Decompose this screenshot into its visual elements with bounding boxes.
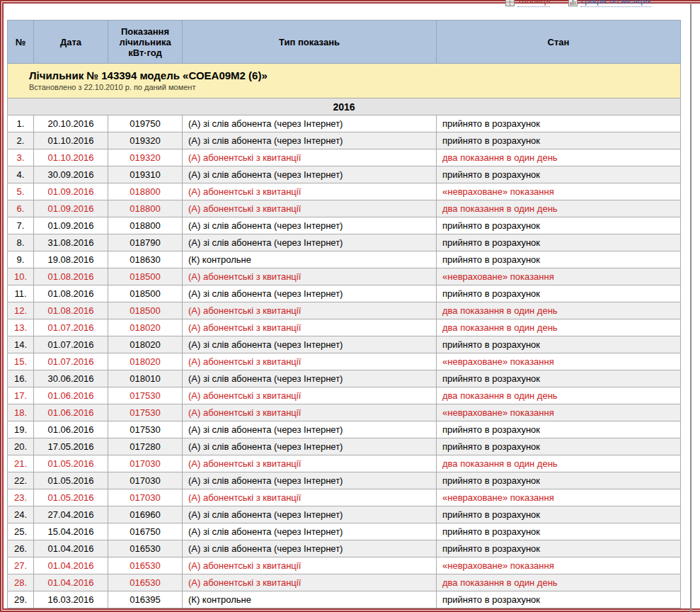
row-meter-value: 016530 — [108, 574, 183, 591]
row-date: 01.07.2016 — [34, 336, 108, 353]
table-row: 13.01.07.2016018020(А) абонентські з кви… — [8, 319, 681, 336]
year-section-row: 2016 — [8, 98, 681, 115]
row-reading-type: (А) абонентські з квитанції — [183, 149, 437, 166]
row-status: «невраховане» показання — [437, 268, 681, 285]
meter-banner-row: Лічильник № 143394 модель «СОЕА09М2 (6)»… — [8, 64, 681, 98]
meter-title: Лічильник № 143394 модель «СОЕА09М2 (6)» — [29, 69, 676, 82]
row-date: 30.06.2016 — [34, 370, 108, 387]
row-number: 5. — [8, 183, 34, 200]
row-date: 01.08.2016 — [34, 268, 108, 285]
table-row: 19.01.06.2016017530(А) зі слів абонента … — [8, 421, 681, 438]
row-number: 20. — [8, 438, 34, 455]
row-status: «невраховане» показання — [437, 183, 681, 200]
row-reading-type: (А) абонентські з квитанції — [183, 302, 437, 319]
row-status: прийнято в розрахунок — [437, 285, 681, 302]
row-status: прийнято в розрахунок — [437, 438, 681, 455]
row-meter-value: 019310 — [108, 166, 183, 183]
row-status: два показання в один день — [437, 319, 681, 336]
row-date: 01.06.2016 — [34, 387, 108, 404]
right-edge-rule — [690, 3, 692, 612]
row-status: прийнято в розрахунок — [437, 132, 681, 149]
table-view-label: Таблиця — [517, 0, 551, 7]
table-row: 4.30.09.2016019310(А) зі слів абонента (… — [8, 166, 681, 183]
chart-by-month-link[interactable]: Графік по місяцях — [568, 0, 651, 7]
row-reading-type: (А) зі слів абонента (через Інтернет) — [183, 336, 437, 353]
row-number: 27. — [8, 557, 34, 574]
row-number: 23. — [8, 489, 34, 506]
row-number: 18. — [8, 404, 34, 421]
row-date: 20.10.2016 — [34, 115, 108, 132]
table-view-link[interactable]: Таблиця — [505, 0, 551, 7]
row-meter-value: 016530 — [108, 557, 183, 574]
row-number: 16. — [8, 370, 34, 387]
row-meter-value: 018020 — [108, 319, 183, 336]
view-toolbar: Таблиця Графік по місяцях — [505, 0, 651, 7]
year-label: 2016 — [8, 98, 681, 115]
row-reading-type: (А) зі слів абонента (через Інтернет) — [183, 540, 437, 557]
meter-readings-table: № Дата Показання лічильника кВт·год Тип … — [7, 20, 681, 608]
row-status: прийнято в розрахунок — [437, 540, 681, 557]
table-row: 24.27.04.2016016960(А) зі слів абонента … — [8, 506, 681, 523]
row-number: 25. — [8, 523, 34, 540]
row-reading-type: (А) абонентські з квитанції — [183, 557, 437, 574]
row-date: 01.07.2016 — [34, 353, 108, 370]
table-row: 1.20.10.2016019750(А) зі слів абонента (… — [8, 115, 681, 132]
row-number: 4. — [8, 166, 34, 183]
table-row: 11.01.08.2016018500(А) зі слів абонента … — [8, 285, 681, 302]
row-reading-type: (А) зі слів абонента (через Інтернет) — [183, 132, 437, 149]
row-number: 26. — [8, 540, 34, 557]
row-reading-type: (А) абонентські з квитанції — [183, 489, 437, 506]
row-meter-value: 017530 — [108, 421, 183, 438]
row-meter-value: 019320 — [108, 149, 183, 166]
row-meter-value: 018020 — [108, 353, 183, 370]
row-date: 01.08.2016 — [34, 285, 108, 302]
row-date: 01.07.2016 — [34, 319, 108, 336]
row-date: 01.04.2016 — [34, 557, 108, 574]
row-number: 9. — [8, 251, 34, 268]
header-number: № — [8, 21, 34, 64]
row-number: 2. — [8, 132, 34, 149]
row-meter-value: 018800 — [108, 217, 183, 234]
row-status: прийнято в розрахунок — [437, 472, 681, 489]
row-status: два показання в один день — [437, 302, 681, 319]
row-number: 21. — [8, 455, 34, 472]
row-reading-type: (А) абонентські з квитанції — [183, 319, 437, 336]
table-header-row: № Дата Показання лічильника кВт·год Тип … — [8, 21, 681, 64]
row-reading-type: (А) зі слів абонента (через Інтернет) — [183, 234, 437, 251]
table-row: 29.16.03.2016016395(К) контрольнеприйнят… — [8, 591, 681, 608]
table-row: 22.01.05.2016017030(А) зі слів абонента … — [8, 472, 681, 489]
chart-by-month-label: Графік по місяцях — [580, 0, 651, 7]
row-reading-type: (А) абонентські з квитанції — [183, 455, 437, 472]
row-reading-type: (К) контрольне — [183, 251, 437, 268]
row-number: 24. — [8, 506, 34, 523]
row-status: два показання в один день — [437, 149, 681, 166]
row-number: 11. — [8, 285, 34, 302]
row-date: 30.09.2016 — [34, 166, 108, 183]
row-status: два показання в один день — [437, 200, 681, 217]
row-status: прийнято в розрахунок — [437, 166, 681, 183]
row-reading-type: (А) абонентські з квитанції — [183, 387, 437, 404]
row-meter-value: 018630 — [108, 251, 183, 268]
row-status: прийнято в розрахунок — [437, 591, 681, 608]
row-meter-value: 018800 — [108, 200, 183, 217]
row-reading-type: (А) зі слів абонента (через Інтернет) — [183, 506, 437, 523]
row-status: прийнято в розрахунок — [437, 506, 681, 523]
header-date: Дата — [34, 21, 108, 64]
table-row: 12.01.08.2016018500(А) абонентські з кви… — [8, 302, 681, 319]
row-meter-value: 016750 — [108, 523, 183, 540]
row-date: 01.06.2016 — [34, 421, 108, 438]
row-number: 22. — [8, 472, 34, 489]
table-row: 10.01.08.2016018500(А) абонентські з кви… — [8, 268, 681, 285]
row-meter-value: 018790 — [108, 234, 183, 251]
row-reading-type: (А) абонентські з квитанції — [183, 183, 437, 200]
row-meter-value: 019320 — [108, 132, 183, 149]
row-meter-value: 017030 — [108, 472, 183, 489]
table-row: 25.15.04.2016016750(А) зі слів абонента … — [8, 523, 681, 540]
row-meter-value: 018010 — [108, 370, 183, 387]
table-row: 21.01.05.2016017030(А) абонентські з кви… — [8, 455, 681, 472]
row-reading-type: (А) зі слів абонента (через Інтернет) — [183, 523, 437, 540]
row-meter-value: 018020 — [108, 336, 183, 353]
row-status: «невраховане» показання — [437, 557, 681, 574]
row-meter-value: 017530 — [108, 404, 183, 421]
row-date: 17.05.2016 — [34, 438, 108, 455]
